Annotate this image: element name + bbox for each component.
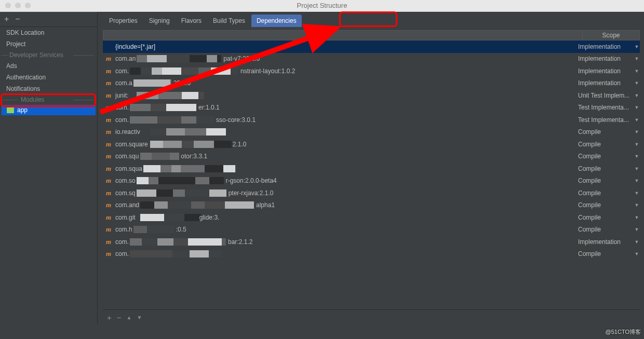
maven-icon: m bbox=[105, 250, 112, 257]
dep-scope[interactable]: Compile bbox=[578, 165, 634, 172]
dep-row[interactable]: mcom.a26.1.0Implementation▼ bbox=[103, 77, 640, 90]
move-down-button[interactable]: ▼ bbox=[137, 315, 142, 320]
maven-icon: m bbox=[105, 165, 112, 172]
maven-icon: m bbox=[105, 43, 112, 50]
scope-dropdown-icon[interactable]: ▼ bbox=[634, 129, 640, 134]
tab-row: PropertiesSigningFlavorsBuild TypesDepen… bbox=[98, 12, 644, 27]
dep-scope[interactable]: Test Implementa... bbox=[578, 116, 634, 124]
sidebar-item-notifications[interactable]: Notifications bbox=[0, 83, 97, 94]
dep-row[interactable]: mcom.squaCompile▼ bbox=[103, 162, 640, 175]
dep-row[interactable]: mjunit:Unit Test Implem...▼ bbox=[103, 89, 640, 102]
scope-dropdown-icon[interactable]: ▼ bbox=[634, 117, 640, 123]
dep-row[interactable]: mcom.sso-core:3.0.1Test Implementa...▼ bbox=[103, 114, 640, 126]
remove-dep-button[interactable]: − bbox=[117, 313, 122, 322]
tab-dependencies[interactable]: Dependencies bbox=[251, 15, 302, 27]
deps-toolbar: + − ▲ ▼ bbox=[103, 309, 640, 324]
tab-signing[interactable]: Signing bbox=[144, 15, 175, 27]
maven-icon: m bbox=[105, 214, 112, 221]
dep-scope[interactable]: Implementation bbox=[578, 55, 634, 62]
dependencies-panel: Scope m{include=[*.jar]Implementation▼mc… bbox=[103, 30, 640, 324]
scope-dropdown-icon[interactable]: ▼ bbox=[634, 80, 640, 86]
dep-row[interactable]: mcom.sqpter-rxjava:2.1.0Compile▼ bbox=[103, 187, 640, 199]
dep-row[interactable]: mcom.h:0.5Compile▼ bbox=[103, 224, 640, 236]
dep-row[interactable]: mcom.bar:2.1.2Implementation▼ bbox=[103, 236, 640, 248]
dep-label: com.square2.1.0 bbox=[115, 141, 578, 148]
deps-header-name[interactable] bbox=[103, 30, 583, 40]
dep-row[interactable]: mcom.squotor:3.3.1Compile▼ bbox=[103, 151, 640, 163]
scope-dropdown-icon[interactable]: ▼ bbox=[634, 166, 640, 171]
dep-row[interactable]: mcom.andalpha1Compile▼ bbox=[103, 199, 640, 212]
dep-row[interactable]: mcom.er:1.0.1Test Implementa...▼ bbox=[103, 102, 640, 114]
dep-label: com. bbox=[115, 250, 578, 257]
dep-row[interactable]: m{include=[*.jar]Implementation▼ bbox=[103, 40, 640, 53]
dep-label: com.h:0.5 bbox=[115, 226, 578, 233]
dep-scope[interactable]: Compile bbox=[578, 201, 634, 209]
dep-label: com.sor-gson:2.0.0-beta4 bbox=[115, 177, 578, 184]
scope-dropdown-icon[interactable]: ▼ bbox=[634, 202, 640, 208]
dep-scope[interactable]: Compile bbox=[578, 214, 634, 221]
remove-module-button[interactable]: − bbox=[15, 15, 20, 23]
scope-dropdown-icon[interactable]: ▼ bbox=[634, 178, 640, 183]
scope-dropdown-icon[interactable]: ▼ bbox=[634, 227, 640, 232]
dep-scope[interactable]: Compile bbox=[578, 128, 634, 135]
dep-scope[interactable]: Implementation bbox=[578, 43, 634, 50]
dep-scope[interactable]: Compile bbox=[578, 177, 634, 184]
dep-label: com.bar:2.1.2 bbox=[115, 238, 578, 246]
maven-icon: m bbox=[105, 128, 112, 135]
dep-row[interactable]: mcom.sor-gson:2.0.0-beta4Compile▼ bbox=[103, 175, 640, 187]
dep-label: com.sso-core:3.0.1 bbox=[115, 116, 578, 124]
sidebar-item-label: app bbox=[17, 106, 28, 114]
dep-label: com.gitglide:3. bbox=[115, 214, 578, 221]
module-folder-icon bbox=[7, 107, 14, 113]
maven-icon: m bbox=[105, 104, 112, 111]
add-dep-button[interactable]: + bbox=[107, 313, 112, 322]
maven-icon: m bbox=[105, 226, 112, 233]
dep-scope[interactable]: Unit Test Implem... bbox=[578, 92, 634, 99]
dep-row[interactable]: mcom.anpat-v7:26.1.0Implementation▼ bbox=[103, 53, 640, 65]
scope-dropdown-icon[interactable]: ▼ bbox=[634, 142, 640, 147]
scope-dropdown-icon[interactable]: ▼ bbox=[634, 215, 640, 220]
dep-scope[interactable]: Implementation bbox=[578, 79, 634, 87]
dep-scope[interactable]: Compile bbox=[578, 153, 634, 160]
move-up-button[interactable]: ▲ bbox=[127, 315, 132, 320]
dep-scope[interactable]: Compile bbox=[578, 250, 634, 257]
scope-dropdown-icon[interactable]: ▼ bbox=[634, 251, 640, 256]
sidebar-toolbar: + − bbox=[0, 12, 97, 27]
tab-build-types[interactable]: Build Types bbox=[208, 15, 250, 27]
dep-scope[interactable]: Test Implementa... bbox=[578, 104, 634, 111]
add-module-button[interactable]: + bbox=[4, 15, 9, 23]
deps-table-header: Scope bbox=[103, 30, 640, 40]
dep-scope[interactable]: Compile bbox=[578, 189, 634, 197]
dep-scope[interactable]: Implementation bbox=[578, 238, 634, 246]
dep-scope[interactable]: Compile bbox=[578, 141, 634, 148]
dep-scope[interactable]: Compile bbox=[578, 226, 634, 233]
dep-row[interactable]: mcom.nstraint-layout:1.0.2Implementation… bbox=[103, 65, 640, 77]
dep-row[interactable]: mcom.Compile▼ bbox=[103, 248, 640, 261]
dep-label: com.squotor:3.3.1 bbox=[115, 153, 578, 160]
maven-icon: m bbox=[105, 67, 112, 75]
sidebar-item-sdk-location[interactable]: SDK Location bbox=[0, 27, 97, 38]
dep-row[interactable]: mio.reactivCompile▼ bbox=[103, 126, 640, 139]
scope-dropdown-icon[interactable]: ▼ bbox=[634, 105, 640, 110]
sidebar-item-authentication[interactable]: Authentication bbox=[0, 72, 97, 83]
tab-flavors[interactable]: Flavors bbox=[176, 15, 207, 27]
watermark: @51CTO博客 bbox=[606, 328, 641, 336]
scope-dropdown-icon[interactable]: ▼ bbox=[634, 154, 640, 159]
sidebar-item-project[interactable]: Project bbox=[0, 38, 97, 50]
tab-properties[interactable]: Properties bbox=[104, 15, 143, 27]
sidebar-item-ads[interactable]: Ads bbox=[0, 60, 97, 72]
scope-dropdown-icon[interactable]: ▼ bbox=[634, 239, 640, 245]
scope-dropdown-icon[interactable]: ▼ bbox=[634, 191, 640, 196]
dep-row[interactable]: mcom.square2.1.0Compile▼ bbox=[103, 138, 640, 151]
dep-row[interactable]: mcom.gitglide:3.Compile▼ bbox=[103, 211, 640, 224]
scope-dropdown-icon[interactable]: ▼ bbox=[634, 44, 640, 49]
maven-icon: m bbox=[105, 238, 112, 246]
dep-label: com.nstraint-layout:1.0.2 bbox=[115, 67, 578, 75]
scope-dropdown-icon[interactable]: ▼ bbox=[634, 69, 640, 74]
dep-scope[interactable]: Implementation bbox=[578, 67, 634, 75]
scope-dropdown-icon[interactable]: ▼ bbox=[634, 93, 640, 98]
sidebar-item-app[interactable]: app bbox=[2, 105, 96, 115]
maven-icon: m bbox=[105, 79, 112, 87]
scope-dropdown-icon[interactable]: ▼ bbox=[634, 56, 640, 61]
deps-header-scope[interactable]: Scope bbox=[583, 30, 640, 40]
